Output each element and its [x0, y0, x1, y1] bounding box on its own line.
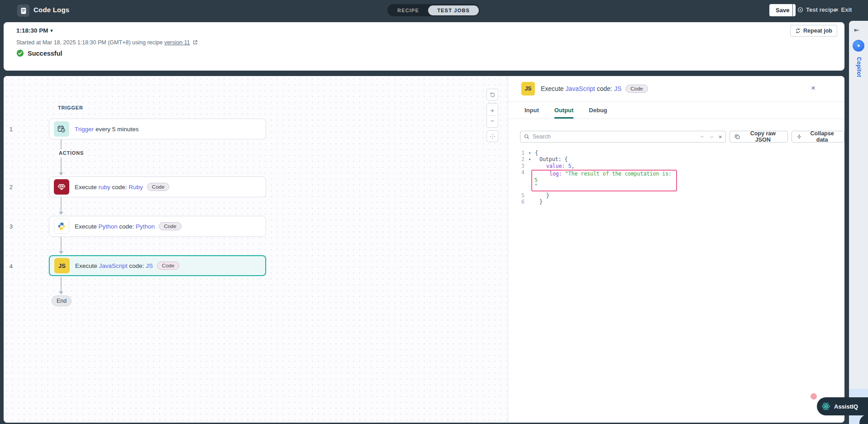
json-line: 2▾Output: { — [518, 156, 844, 162]
json-token: , — [571, 163, 574, 169]
connector-arrow — [61, 197, 62, 212]
highlighted-match-box: log: "The result of the computation is:5… — [531, 170, 677, 191]
step-link[interactable]: Trigger — [75, 126, 94, 133]
step-text-part: every 5 minutes — [94, 126, 138, 133]
exit-label: Exit — [841, 6, 852, 13]
step-title: Trigger every 5 minutes — [75, 126, 138, 133]
copilot-sidebar: ⇤ ✦ Copilot — [849, 21, 868, 424]
external-link-icon — [193, 40, 198, 45]
step-link[interactable]: JavaScript — [99, 262, 128, 269]
json-wrapped-row: 5 — [534, 177, 674, 184]
zoom-in-button[interactable]: + — [487, 105, 498, 115]
version-link[interactable]: version 11 — [164, 39, 190, 46]
step-link[interactable]: ruby — [99, 184, 110, 191]
main-container: TRIGGER ACTIONS 1Trigger every 5 minutes… — [4, 76, 844, 423]
step-title: Execute Python code: PythonCode — [75, 222, 181, 230]
tab-recipe[interactable]: RECIPE — [388, 5, 428, 15]
tab-output[interactable]: Output — [554, 102, 574, 119]
test-recipe-label: Test recipe — [806, 6, 837, 13]
ruby-icon — [54, 179, 69, 195]
json-token: log: — [549, 171, 562, 177]
step-number: 3 — [4, 223, 13, 230]
notification-dot — [811, 393, 817, 400]
step-text-part: code: — [595, 85, 614, 92]
step-link[interactable]: JS — [146, 262, 153, 269]
trigger-section-label: TRIGGER — [58, 105, 83, 110]
step-number: 4 — [4, 263, 13, 270]
step-link[interactable]: Ruby — [129, 184, 143, 191]
code-badge: Code — [157, 262, 180, 270]
step-link[interactable]: Python — [136, 223, 155, 230]
assistiq-button[interactable]: AssistIQ — [817, 397, 868, 415]
copy-raw-json-button[interactable]: Copy raw JSON — [730, 131, 788, 143]
exit-button[interactable]: × Exit — [835, 6, 852, 13]
job-started-text: Started at Mar 18, 2025 1:18:30 PM (GMT+… — [16, 39, 164, 46]
repeat-job-button[interactable]: Repeat job — [790, 25, 837, 37]
job-time-dropdown[interactable]: 1:18:30 PM ▾ — [16, 27, 53, 34]
step-text-part: code: — [110, 184, 129, 191]
search-clear-icon[interactable]: × — [719, 133, 722, 140]
fit-view-button[interactable] — [486, 130, 498, 142]
copilot-label[interactable]: Copilot — [856, 57, 862, 77]
step-card-4[interactable]: JSExecute JavaScript code: JSCode — [49, 255, 266, 276]
json-token: " — [534, 183, 538, 189]
json-content: log: "The result of the computation is:5… — [535, 169, 677, 192]
reset-icon — [490, 92, 496, 98]
close-panel-icon[interactable]: × — [811, 84, 816, 92]
copilot-icon[interactable]: ✦ — [853, 40, 864, 52]
test-recipe-button[interactable]: Test recipe — [797, 6, 837, 13]
json-output-viewer[interactable]: 1▾{2▾Output: {3value: 5,4log: "The resul… — [508, 147, 844, 205]
json-content: value: 5, — [535, 163, 574, 169]
json-wrapped-row: log: "The result of the computation is: — [534, 171, 674, 177]
search-prev-icon[interactable] — [700, 134, 705, 139]
code-badge: Code — [147, 183, 170, 191]
search-input[interactable] — [533, 133, 696, 140]
top-bar: Code Logs RECIPE TEST JOBS Save Test rec… — [0, 0, 868, 21]
step-title: Execute ruby code: RubyCode — [75, 183, 169, 191]
json-content: } — [535, 192, 549, 199]
step-title: Execute JavaScript code: JSCode — [75, 262, 179, 270]
line-number: 6 — [518, 199, 525, 205]
search-box: × — [520, 131, 726, 143]
js-step-icon: JS — [521, 82, 535, 95]
recipe-canvas[interactable]: TRIGGER ACTIONS 1Trigger every 5 minutes… — [4, 76, 508, 423]
json-token: } — [539, 199, 543, 205]
connector-arrow — [61, 157, 62, 173]
expand-caret-icon[interactable]: ▾ — [525, 150, 535, 156]
calendar-clock-icon — [54, 121, 69, 137]
success-check-icon — [16, 49, 24, 57]
tab-test-jobs[interactable]: TEST JOBS — [428, 5, 479, 15]
save-button[interactable]: Save — [769, 4, 796, 16]
step-card-2[interactable]: Execute ruby code: RubyCode — [49, 176, 266, 197]
expand-caret-icon[interactable]: ▾ — [525, 156, 535, 162]
step-link[interactable]: JavaScript — [565, 85, 595, 92]
step-text-part: Execute — [75, 223, 99, 230]
test-recipe-icon — [797, 7, 803, 13]
line-number: 5 — [518, 192, 525, 199]
fit-screen-icon — [490, 133, 496, 139]
json-line: 1▾{ — [518, 150, 844, 156]
panel-title: Execute JavaScript code: JS Code — [541, 85, 648, 93]
output-toolbar: × Copy raw JSON Collapse data — [508, 119, 844, 147]
step-text-part: Execute — [75, 262, 99, 269]
step-number: 1 — [4, 126, 13, 133]
end-node[interactable]: End — [52, 295, 72, 306]
tab-input[interactable]: Input — [525, 102, 539, 119]
step-text-part: Execute — [75, 184, 99, 191]
panel-header: JS Execute JavaScript code: JS Code × — [508, 76, 844, 102]
collapse-sidebar-icon[interactable]: ⇤ — [854, 26, 859, 33]
page-title: Code Logs — [33, 6, 69, 14]
json-content: Output: { — [535, 156, 568, 162]
step-link[interactable]: JS — [614, 85, 621, 92]
js-icon: JS — [54, 258, 70, 273]
reset-view-button[interactable] — [486, 89, 498, 100]
close-icon: × — [835, 6, 839, 13]
code-badge: Code — [625, 85, 648, 93]
step-link[interactable]: Python — [99, 223, 118, 230]
zoom-out-button[interactable]: − — [487, 116, 498, 126]
step-card-1[interactable]: Trigger every 5 minutes — [49, 119, 266, 139]
collapse-data-button[interactable]: Collapse data — [792, 131, 844, 143]
step-card-3[interactable]: Execute Python code: PythonCode — [49, 216, 266, 237]
search-next-icon[interactable] — [709, 134, 714, 139]
tab-debug[interactable]: Debug — [589, 102, 607, 119]
